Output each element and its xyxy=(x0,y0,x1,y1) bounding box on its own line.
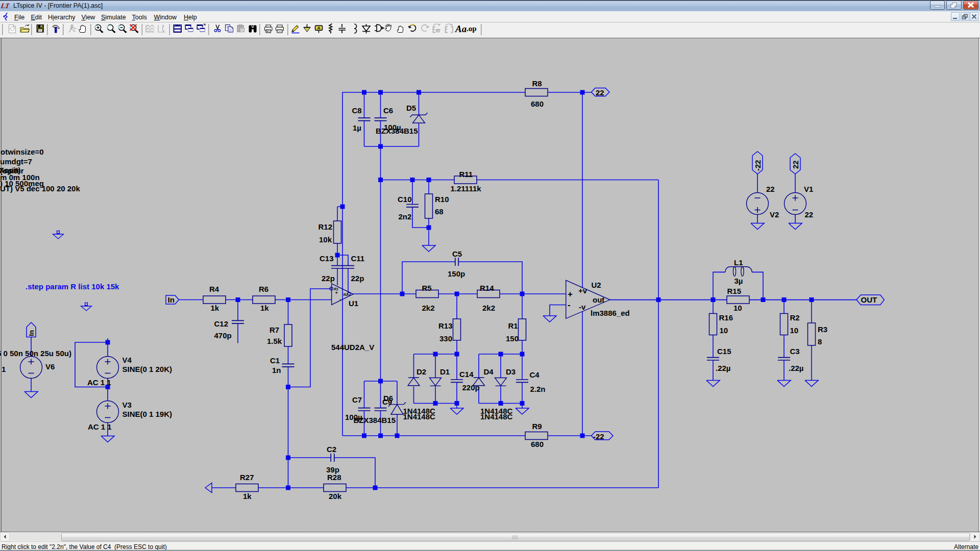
svg-text:R7: R7 xyxy=(270,325,279,334)
svg-text:C3: C3 xyxy=(790,347,800,356)
svg-text:R11: R11 xyxy=(459,170,473,179)
svg-text:C11: C11 xyxy=(351,254,365,263)
svg-text:.op: .op xyxy=(467,24,477,33)
svg-text:10k: 10k xyxy=(319,235,332,244)
svg-text:2n2: 2n2 xyxy=(399,212,412,221)
svg-text:LT: LT xyxy=(1,2,10,9)
svg-text:C9: C9 xyxy=(382,397,392,406)
svg-text:C2: C2 xyxy=(327,445,336,454)
svg-text:1.21111k: 1.21111k xyxy=(451,184,482,193)
svg-text:R13: R13 xyxy=(438,321,453,330)
svg-text:L1: L1 xyxy=(734,258,743,267)
svg-text:SINE(0 1 20K): SINE(0 1 20K) xyxy=(122,365,173,373)
svg-text:R12: R12 xyxy=(318,222,333,231)
svg-text:R16: R16 xyxy=(719,313,733,322)
svg-text:otwinsize=0: otwinsize=0 xyxy=(1,147,44,156)
svg-text:C7: C7 xyxy=(352,395,362,404)
svg-text:R27: R27 xyxy=(240,473,254,482)
svg-text:SINE(0 1 19K): SINE(0 1 19K) xyxy=(122,410,173,418)
svg-text:D1: D1 xyxy=(440,367,450,376)
svg-text:R3: R3 xyxy=(818,325,827,334)
svg-text:A: A xyxy=(317,26,321,31)
svg-text:C13: C13 xyxy=(320,254,334,263)
svg-text:22: 22 xyxy=(766,185,775,193)
svg-text:-v: -v xyxy=(579,303,586,311)
svg-text:470p: 470p xyxy=(214,331,232,340)
svg-text:R8: R8 xyxy=(532,79,542,88)
svg-text:-: - xyxy=(340,297,341,302)
svg-text:D2: D2 xyxy=(416,367,426,376)
svg-text:-22: -22 xyxy=(593,432,604,441)
svg-text:BZX384B15: BZX384B15 xyxy=(354,416,396,424)
svg-text:C6: C6 xyxy=(383,106,393,115)
svg-text:1µ: 1µ xyxy=(353,123,361,132)
svg-text:10: 10 xyxy=(733,304,742,312)
svg-text:V4: V4 xyxy=(122,356,132,364)
svg-text:R28: R28 xyxy=(327,473,341,482)
svg-text:Aa: Aa xyxy=(455,23,467,34)
svg-text:lm3886_ed: lm3886_ed xyxy=(591,309,630,317)
svg-text:1k: 1k xyxy=(243,492,252,500)
svg-text:C5: C5 xyxy=(452,249,462,258)
svg-text:UT) V5 dec 100 20 20k: UT) V5 dec 100 20 20k xyxy=(0,184,80,193)
svg-text:-: - xyxy=(568,300,571,310)
svg-text:1N4148C: 1N4148C xyxy=(403,412,436,421)
svg-text:544UD2A_V: 544UD2A_V xyxy=(331,343,374,352)
svg-text:R4: R4 xyxy=(209,285,219,293)
svg-text:U2: U2 xyxy=(592,281,601,289)
svg-text:150p: 150p xyxy=(448,269,465,278)
svg-text:680: 680 xyxy=(531,99,544,108)
svg-text:R1: R1 xyxy=(508,321,518,330)
svg-text:R5: R5 xyxy=(422,284,432,292)
svg-text:22: 22 xyxy=(596,88,604,97)
svg-text:5 0 50n 50n 25u 50u): 5 0 50n 50n 25u 50u) xyxy=(0,349,71,358)
svg-text:22p: 22p xyxy=(351,274,364,283)
svg-text:-22: -22 xyxy=(753,160,762,171)
svg-text:C8: C8 xyxy=(352,106,362,115)
svg-text:R2: R2 xyxy=(790,313,800,322)
svg-text:3µ: 3µ xyxy=(734,277,743,285)
svg-text:C14: C14 xyxy=(459,370,474,379)
svg-text:C4: C4 xyxy=(530,370,540,379)
svg-text:AC 1 1: AC 1 1 xyxy=(87,378,111,387)
svg-text:V3: V3 xyxy=(122,400,132,409)
svg-text:R9: R9 xyxy=(532,422,542,431)
svg-text:V1: V1 xyxy=(804,185,813,193)
svg-text:10: 10 xyxy=(790,326,799,335)
svg-text:+v: +v xyxy=(578,286,587,295)
svg-text:U1: U1 xyxy=(349,299,358,308)
svg-text:V6: V6 xyxy=(45,362,55,371)
svg-text:1n: 1n xyxy=(272,366,281,374)
svg-text:In: In xyxy=(28,330,35,336)
svg-text:8: 8 xyxy=(818,337,822,346)
svg-text:1k: 1k xyxy=(211,304,219,312)
svg-text:20k: 20k xyxy=(329,492,342,500)
svg-text:C10: C10 xyxy=(398,195,412,204)
svg-text:+: + xyxy=(568,289,573,299)
svg-text:D4: D4 xyxy=(484,367,494,376)
svg-text:22: 22 xyxy=(805,210,814,219)
svg-text:.22µ: .22µ xyxy=(716,364,731,372)
svg-text:150: 150 xyxy=(506,334,519,343)
svg-text:+: + xyxy=(335,290,338,295)
svg-text:D5: D5 xyxy=(406,104,416,112)
svg-text:R6: R6 xyxy=(259,285,268,293)
svg-text:C15: C15 xyxy=(717,347,731,356)
svg-text:1: 1 xyxy=(2,365,6,373)
svg-text:68: 68 xyxy=(435,207,444,216)
svg-text:220p: 220p xyxy=(462,383,480,392)
svg-text:680: 680 xyxy=(531,440,544,448)
svg-text:umdgt=7: umdgt=7 xyxy=(0,157,32,166)
svg-text:1k: 1k xyxy=(260,304,269,312)
svg-text:1N4148C: 1N4148C xyxy=(480,412,513,421)
svg-text:22p: 22p xyxy=(322,274,335,283)
svg-text:1.5k: 1.5k xyxy=(267,337,282,345)
svg-text:22: 22 xyxy=(791,160,800,169)
svg-text:D3: D3 xyxy=(506,367,516,376)
svg-text:R15: R15 xyxy=(727,287,742,295)
svg-text:BZX384B15: BZX384B15 xyxy=(376,127,418,135)
svg-text:.22µ: .22µ xyxy=(789,364,804,372)
svg-text:OUT: OUT xyxy=(861,295,877,304)
svg-text:In: In xyxy=(168,295,175,304)
svg-text:10: 10 xyxy=(720,326,728,335)
